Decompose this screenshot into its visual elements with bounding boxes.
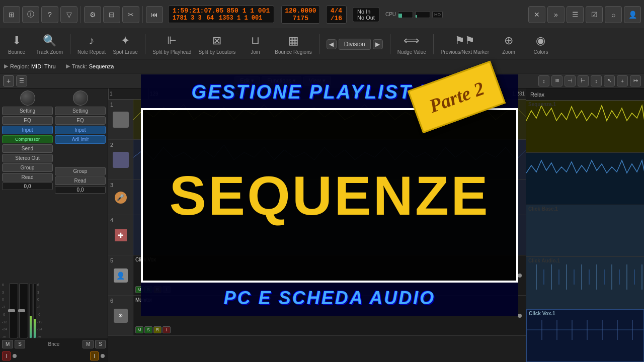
channel1-send-btn[interactable]: Send [2, 144, 53, 153]
join-button[interactable]: ⊔ Join [243, 33, 268, 55]
add-track-button[interactable]: + [3, 75, 14, 86]
track-thumb-2[interactable] [113, 152, 129, 168]
split-locators-label: Split by Locators [198, 49, 235, 55]
track6-i-btn[interactable]: I [163, 326, 171, 333]
note-repeat-label: Note Repeat [77, 49, 106, 55]
timesig-display[interactable]: 4/4 /16 [326, 6, 347, 24]
channel1-compressor-btn[interactable]: Compressor [2, 135, 53, 143]
track-num-3: 3 [110, 182, 113, 188]
close-x-icon[interactable]: ✕ [528, 6, 545, 23]
mixer-icon[interactable]: ⊟ [103, 6, 120, 23]
track-thumb-1[interactable] [113, 112, 129, 128]
track-thumb-3[interactable]: 🎤 [115, 192, 127, 204]
right-edge-icon[interactable]: ⊢ [578, 75, 589, 86]
orange-btn[interactable]: I [90, 351, 99, 360]
overlay-word: SEQUENZE [169, 163, 490, 227]
settings-icon[interactable]: ⚙ [84, 6, 101, 23]
bounce-button[interactable]: ⬇ Bounce [4, 33, 29, 55]
triangle-icon: ▶ [4, 63, 8, 69]
colors-button[interactable]: ◉ Colors [528, 33, 553, 55]
division-right-icon[interactable]: ▶ [373, 39, 383, 49]
channel2-eq-btn[interactable]: EQ [55, 116, 106, 125]
info-icon[interactable]: ⓘ [22, 6, 39, 23]
user-icon[interactable]: 👤 [624, 6, 641, 23]
scroll-right-icon[interactable]: ↦ [630, 75, 641, 86]
track-zoom-button[interactable]: 🔍 Track Zoom [36, 33, 63, 55]
fader1-thumb[interactable] [8, 309, 15, 312]
up-down-icon[interactable]: ↕ [591, 75, 602, 86]
channel1-input-btn[interactable]: Input [2, 126, 53, 134]
division-left-icon[interactable]: ◀ [327, 39, 337, 49]
nudge-value-button[interactable]: ⟺ Nudge Value [397, 33, 426, 55]
right-waveform-1 [526, 101, 644, 152]
right-track-1: Sequenza.1 [526, 101, 644, 153]
note-repeat-icon: ♪ [89, 33, 95, 48]
channel1-knob[interactable] [20, 90, 35, 106]
channel1-stereoout-btn[interactable]: Stereo Out [2, 154, 53, 162]
svg-rect-23 [527, 310, 643, 361]
overlay-main: SEQUENZE [141, 108, 518, 283]
channel2-group-btn[interactable]: Group [55, 167, 106, 175]
track-thumb-5[interactable]: 👤 [114, 268, 128, 283]
waveform-icon[interactable]: ≋ [551, 75, 562, 86]
join-label: Join [251, 49, 260, 55]
plus-cursor-icon[interactable]: + [617, 75, 628, 86]
right-track-4: Click Audio.1 [526, 257, 644, 309]
forward-icon[interactable]: » [547, 6, 565, 23]
split-locators-button[interactable]: ⊠ Split by Locators [198, 33, 235, 55]
left-edge-icon[interactable]: ⊣ [565, 75, 576, 86]
region-track-bar: ▶ Region: MIDI Thru ▶ Track: Sequenza [0, 59, 644, 73]
spot-erase-button[interactable]: ✦ Spot Erase [113, 33, 138, 55]
split-playhead-button[interactable]: ⊩ Split by Playhead [152, 33, 191, 55]
track-thumb-6[interactable]: ⊛ [114, 309, 128, 323]
channel1-read-btn[interactable]: Read [2, 173, 53, 182]
channel1-eq-btn[interactable]: EQ [2, 116, 53, 125]
list-icon[interactable]: ☰ [567, 6, 584, 23]
prev-next-marker-button[interactable]: ⚑⚑ Previous/Next Marker [441, 33, 489, 55]
note-repeat-button[interactable]: ♪ Note Repeat [77, 33, 106, 55]
back-icon[interactable]: ⏮ [146, 6, 163, 23]
channel2-knob[interactable] [73, 90, 88, 106]
track-thumb-4[interactable]: ✚ [115, 229, 127, 241]
search-top-icon[interactable]: ⌕ [605, 6, 622, 23]
grid-icon[interactable]: ⊞ [3, 6, 20, 23]
bounce-regions-button[interactable]: ▦ Bounce Regions [275, 33, 311, 55]
zoom-button[interactable]: ⊕ Zoom [496, 33, 521, 55]
channel1-setting-btn[interactable]: Setting [2, 107, 53, 115]
channel1-value: 0,0 [2, 183, 53, 190]
track6-s-btn[interactable]: S [144, 326, 152, 333]
division-button[interactable]: Division [339, 39, 371, 50]
solo-label-1: S [18, 341, 22, 347]
fader2-track[interactable] [19, 283, 28, 338]
track6-m-btn[interactable]: M [135, 326, 143, 333]
record-btn[interactable]: I [2, 351, 11, 360]
solo-btn-2[interactable]: S [95, 340, 106, 348]
bnce-label: Bnce [48, 341, 60, 347]
channel2-read-btn[interactable]: Read [55, 176, 106, 185]
help-icon[interactable]: ? [41, 6, 58, 23]
cpu-indicator: CPU HD [385, 11, 443, 18]
checkbox-icon[interactable]: ☑ [586, 6, 603, 23]
scissors-icon[interactable]: ✂ [122, 6, 139, 23]
bpm-display[interactable]: 120.0000 7175 [281, 6, 319, 24]
track-zoom-icon: 🔍 [43, 33, 56, 48]
rp-region-name-4: Click Audio.1 [528, 258, 560, 263]
fader1-track[interactable] [9, 283, 18, 338]
catch-icon[interactable]: ↕ [538, 75, 549, 86]
overlay-bottom: PC E SCHEDA AUDIO [141, 283, 518, 316]
cursor-icon[interactable]: ↖ [604, 75, 615, 86]
parte2-text: Parte 2 [427, 78, 487, 116]
track6-r-btn[interactable]: R [153, 326, 162, 333]
list-view-icon[interactable]: ☰ [16, 75, 27, 86]
track-zoom-label: Track Zoom [36, 49, 63, 55]
channel2-adlimit-btn[interactable]: AdLimit [55, 135, 106, 144]
channel1-group-btn[interactable]: Group [2, 163, 53, 172]
channel2-input-btn[interactable]: Input [55, 126, 106, 134]
fader2-thumb[interactable] [18, 309, 25, 312]
channel2-setting-btn[interactable]: Setting [55, 107, 106, 115]
solo-btn-1[interactable]: S [15, 340, 25, 348]
colors-icon: ◉ [536, 33, 545, 48]
mute-btn-2[interactable]: M [83, 340, 94, 348]
inbox-icon[interactable]: ▽ [60, 6, 77, 23]
mute-btn-1[interactable]: M [2, 340, 13, 348]
